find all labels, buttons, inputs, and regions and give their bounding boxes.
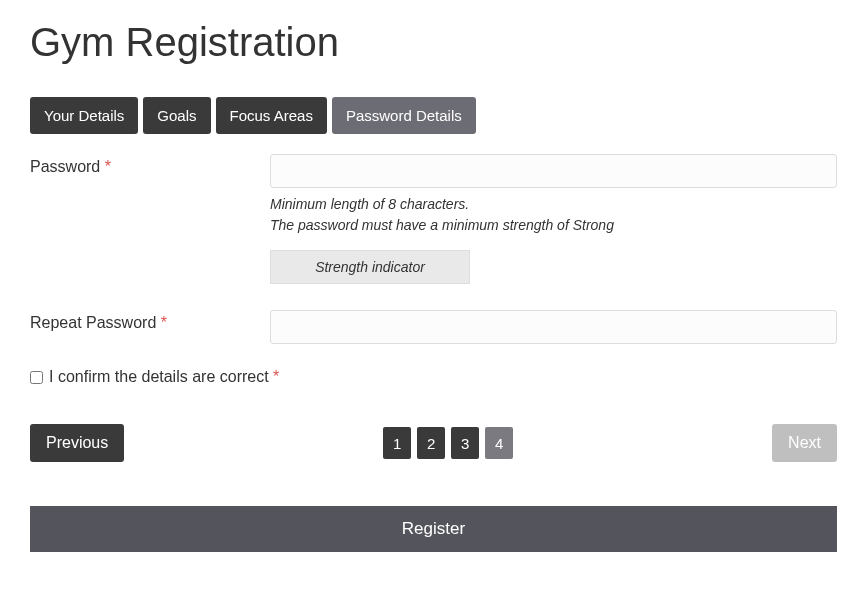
tab-bar: Your Details Goals Focus Areas Password … [30, 97, 837, 134]
required-asterisk: * [273, 368, 279, 385]
page-2[interactable]: 2 [417, 427, 445, 459]
password-label-text: Password [30, 158, 100, 175]
page-1[interactable]: 1 [383, 427, 411, 459]
password-row: Password * Minimum length of 8 character… [30, 154, 837, 284]
confirm-checkbox[interactable] [30, 371, 43, 384]
register-button[interactable]: Register [30, 506, 837, 552]
repeat-password-row: Repeat Password * [30, 310, 837, 344]
required-asterisk: * [105, 158, 111, 175]
repeat-password-input[interactable] [270, 310, 837, 344]
password-input[interactable] [270, 154, 837, 188]
confirm-label-text: I confirm the details are correct [49, 368, 269, 385]
tab-your-details[interactable]: Your Details [30, 97, 138, 134]
page-title: Gym Registration [30, 20, 837, 65]
confirm-label: I confirm the details are correct * [49, 368, 279, 386]
confirm-row: I confirm the details are correct * [30, 368, 837, 386]
repeat-password-label-text: Repeat Password [30, 314, 156, 331]
tab-password-details[interactable]: Password Details [332, 97, 476, 134]
page-4[interactable]: 4 [485, 427, 513, 459]
password-hint-line2: The password must have a minimum strengt… [270, 215, 837, 236]
strength-indicator: Strength indicator [270, 250, 470, 284]
pager-row: Previous 1 2 3 4 Next [30, 424, 837, 462]
next-button: Next [772, 424, 837, 462]
tab-focus-areas[interactable]: Focus Areas [216, 97, 327, 134]
page-numbers: 1 2 3 4 [383, 427, 513, 459]
page-3[interactable]: 3 [451, 427, 479, 459]
required-asterisk: * [161, 314, 167, 331]
password-label: Password * [30, 154, 270, 284]
repeat-password-label: Repeat Password * [30, 310, 270, 344]
tab-goals[interactable]: Goals [143, 97, 210, 134]
password-hint: Minimum length of 8 characters. The pass… [270, 194, 837, 236]
previous-button[interactable]: Previous [30, 424, 124, 462]
password-hint-line1: Minimum length of 8 characters. [270, 194, 837, 215]
